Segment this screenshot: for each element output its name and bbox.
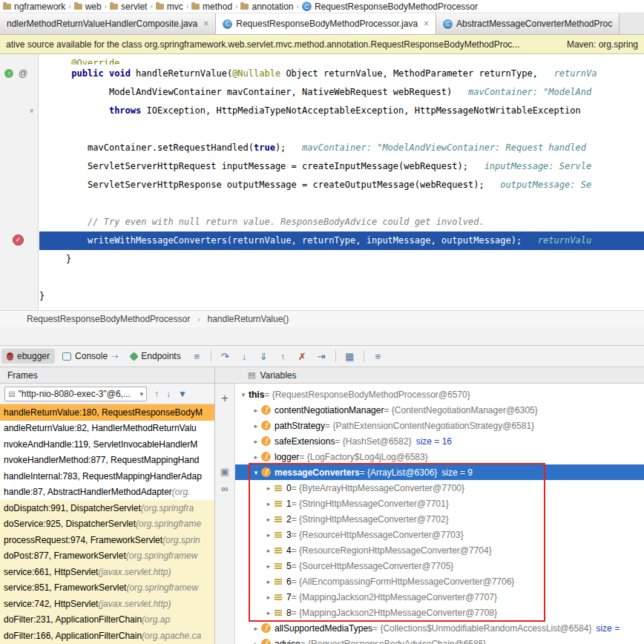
step-over-icon[interactable]: ↷ <box>217 351 234 362</box>
code-line[interactable]: @Override <box>39 54 644 65</box>
code-line[interactable]: } <box>39 250 644 269</box>
code-area[interactable]: @Override public void handleReturnValue(… <box>39 54 644 306</box>
stack-frame-row[interactable]: handleInternal:783, RequestMappingHandle… <box>0 468 214 484</box>
chevron-right-icon[interactable]: ▸ <box>263 516 274 523</box>
splitter[interactable] <box>0 327 644 346</box>
close-icon[interactable]: × <box>424 19 429 29</box>
variable-row[interactable]: ▸1 = {StringHttpMessageConverter@7701} <box>235 496 644 511</box>
breadcrumb-item[interactable]: web <box>74 1 102 12</box>
code-line[interactable] <box>39 194 644 213</box>
stack-frame-row[interactable]: doService:925, DispatcherServlet (org.sp… <box>0 516 214 533</box>
chevron-right-icon[interactable]: ▸ <box>263 609 274 617</box>
variable-row[interactable]: ▸2 = {StringHttpMessageConverter@7702} <box>235 511 644 527</box>
breadcrumb-item[interactable]: annotation <box>240 1 293 12</box>
breadcrumb-item[interactable]: CRequestResponseBodyMethodProcessor <box>302 1 478 12</box>
notification-action-maven[interactable]: Maven: org.spring <box>567 39 638 50</box>
stack-frame-row[interactable]: service:661, HttpServlet (javax.servlet.… <box>0 564 214 580</box>
variable-row[interactable]: ▾fmessageConverters = {ArrayList@6306} s… <box>235 464 644 480</box>
stack-frame-row[interactable]: nvokeHandlerMethod:877, RequestMappingHa… <box>0 453 214 469</box>
variable-row[interactable]: ▸4 = {ResourceRegionHttpMessageConverter… <box>235 542 644 558</box>
chevron-right-icon[interactable]: ▸ <box>251 640 261 644</box>
copy-value-icon[interactable]: ▣ <box>220 467 229 476</box>
code-line[interactable]: public void handleReturnValue(@Nullable … <box>39 65 644 83</box>
add-watch-icon[interactable]: + <box>221 392 228 404</box>
code-line[interactable] <box>39 269 644 287</box>
console-extra-icon[interactable]: ⇢ <box>111 352 118 361</box>
run-to-cursor-icon[interactable]: ⇥ <box>313 351 330 362</box>
thread-selector[interactable]: ▤ "http-nio-8080-exec-3"@6,... ▾ <box>4 387 147 401</box>
chevron-right-icon[interactable]: ▸ <box>251 438 261 445</box>
variable-row[interactable]: ▸7 = {MappingJackson2HttpMessageConverte… <box>235 589 644 605</box>
stack-frame-row[interactable]: service:742, HttpServlet (javax.servlet.… <box>0 596 214 612</box>
code-line[interactable]: ServletServerHttpResponse outputMessage … <box>39 176 644 194</box>
layout-settings-icon[interactable]: ≡ <box>369 351 387 362</box>
breadcrumb-item[interactable]: RequestResponseBodyMethodProcessor <box>27 314 190 324</box>
stack-frame-row[interactable]: handleReturnValue:180, RequestResponseBo… <box>0 404 214 421</box>
variable-row[interactable]: ▾this = {RequestResponseBodyMethodProces… <box>235 387 644 402</box>
chevron-right-icon[interactable]: ▸ <box>263 484 274 492</box>
chevron-right-icon[interactable]: ▸ <box>263 500 274 507</box>
close-icon[interactable]: × <box>203 19 208 29</box>
variable-row[interactable]: ▸fcontentNegotiationManager = {ContentNe… <box>235 402 644 418</box>
code-line[interactable]: ServletServerHttpRequest inputMessage = … <box>39 157 644 176</box>
stack-frame-row[interactable]: service:851, FrameworkServlet (org.sprin… <box>0 580 214 597</box>
stack-frame-row[interactable]: doPost:877, FrameworkServlet (org.spring… <box>0 548 214 565</box>
breakpoint-icon[interactable]: ✓ <box>13 234 24 246</box>
next-frame-icon[interactable]: ↓ <box>166 389 171 399</box>
variable-row[interactable]: ▸8 = {MappingJackson2HttpMessageConverte… <box>235 605 644 620</box>
stack-frame-row[interactable]: nvokeAndHandle:119, ServletInvocableHand… <box>0 436 214 453</box>
breadcrumb-item[interactable]: method <box>191 1 232 12</box>
editor-tab[interactable]: ndlerMethodReturnValueHandlerComposite.j… <box>0 13 216 34</box>
step-out-icon[interactable]: ↑ <box>275 351 292 362</box>
variable-row[interactable]: ▸flogger = {LogFactory$Log4jLog@6583} <box>235 449 644 464</box>
chevron-right-icon[interactable]: ▸ <box>263 578 274 585</box>
breadcrumb-item[interactable]: servlet <box>110 1 147 12</box>
editor-tab[interactable]: CAbstractMessageConverterMethodProc <box>436 13 620 34</box>
code-line[interactable]: } <box>39 287 644 306</box>
stack-frame-row[interactable]: handle:87, AbstractHandlerMethodAdapter … <box>0 484 214 501</box>
variable-row[interactable]: ▸fadvice = {RequestResponseBodyAdviceCha… <box>235 636 644 644</box>
chevron-right-icon[interactable]: ▸ <box>251 453 261 461</box>
step-into-icon[interactable]: ↓ <box>236 351 253 362</box>
stack-frame-row[interactable]: doDispatch:991, DispatcherServlet (org.s… <box>0 500 214 516</box>
variable-row[interactable]: ▸fsafeExtensions = {HashSet@6582} size =… <box>235 433 644 449</box>
stack-frame-row[interactable]: processRequest:974, FrameworkServlet (or… <box>0 532 214 548</box>
chevron-right-icon[interactable]: ▸ <box>263 562 274 570</box>
show-watches-icon[interactable]: ∞ <box>221 484 228 493</box>
code-editor[interactable]: @Override public void handleReturnValue(… <box>0 54 644 310</box>
chevron-down-icon[interactable]: ▾ <box>251 469 261 476</box>
chevron-right-icon[interactable]: ▸ <box>263 547 274 554</box>
chevron-right-icon[interactable]: ▸ <box>263 594 274 601</box>
code-line[interactable]: ModelAndViewContainer mavContainer, Nati… <box>39 83 644 102</box>
chevron-right-icon[interactable]: ▸ <box>251 407 261 414</box>
stack-frame-row[interactable]: andleReturnValue:82, HandlerMethodReturn… <box>0 421 214 437</box>
code-line[interactable]: // Try even with null return value. Resp… <box>39 213 644 231</box>
breadcrumb-item[interactable]: mvc <box>156 1 183 12</box>
variable-row[interactable]: ▸fallSupportedMediaTypes = {Collections$… <box>235 620 644 636</box>
variable-row[interactable]: ▸5 = {SourceHttpMessageConverter@7705} <box>235 558 644 574</box>
filter-icon[interactable]: ▼ <box>178 389 187 399</box>
tab-endpoints[interactable]: Endpoints <box>125 349 185 364</box>
breadcrumb-item[interactable]: handleReturnValue() <box>207 314 289 324</box>
override-marker-icon[interactable]: ↑ <box>4 69 13 78</box>
code-line[interactable]: mavContainer.setRequestHandled(true); ma… <box>39 139 644 157</box>
chevron-right-icon[interactable]: ▸ <box>251 422 261 430</box>
breadcrumb-item[interactable]: ngframework <box>3 1 65 12</box>
editor-tab[interactable]: CRequestResponseBodyMethodProcessor.java… <box>216 13 436 34</box>
tab-console[interactable]: Console⇢ <box>57 349 123 364</box>
variable-row[interactable]: ▸fpathStrategy = {PathExtensionContentNe… <box>235 418 644 433</box>
view-breakpoints-icon[interactable]: ▦ <box>341 351 358 362</box>
code-line[interactable]: throws IOException, HttpMediaTypeNotAcce… <box>39 102 644 120</box>
code-line[interactable] <box>39 120 644 139</box>
chevron-right-icon[interactable]: ▸ <box>263 531 274 539</box>
force-step-into-icon[interactable]: ⇓ <box>255 351 272 362</box>
tab-debugger[interactable]: ebugger <box>1 349 55 364</box>
chevron-down-icon[interactable]: ▾ <box>238 391 249 398</box>
variable-row[interactable]: ▸3 = {ResourceHttpMessageConverter@7703} <box>235 527 644 542</box>
stack-frame-row[interactable]: doFilter:231, ApplicationFilterChain (or… <box>0 612 214 628</box>
variable-row[interactable]: ▸6 = {AllEncompassingFormHttpMessageConv… <box>235 574 644 589</box>
threads-menu-icon[interactable]: ≡ <box>188 351 206 362</box>
chevron-right-icon[interactable]: ▸ <box>251 625 261 632</box>
stack-frame-row[interactable]: doFilter:166, ApplicationFilterChain (or… <box>0 628 214 644</box>
fold-arrow-icon[interactable]: ▾ <box>30 106 34 116</box>
